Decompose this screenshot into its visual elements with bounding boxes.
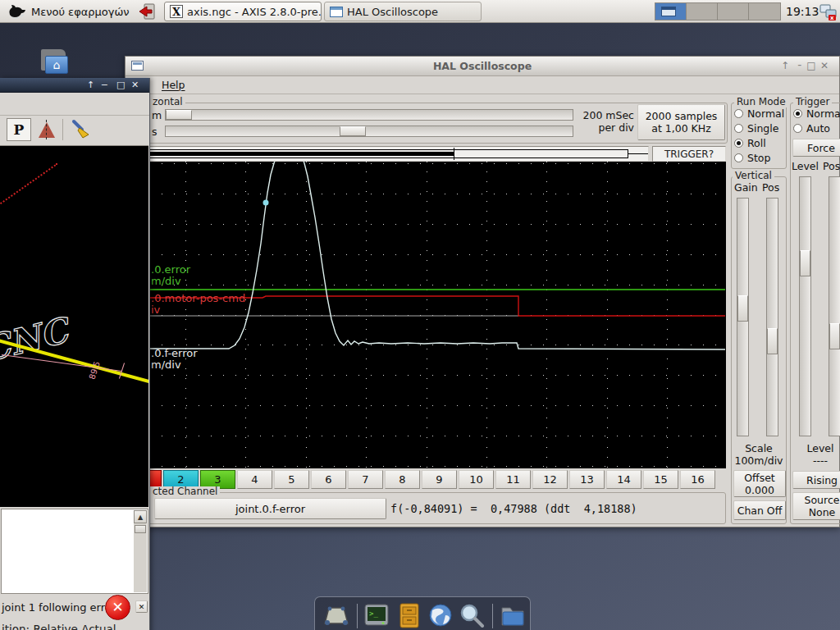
run-mode-stop[interactable]: Stop — [734, 150, 785, 165]
axis-minimize-icon[interactable]: ─ — [102, 80, 107, 91]
run-mode-roll-radio-icon[interactable] — [734, 139, 743, 148]
scroll-up-icon[interactable]: ▲ — [134, 510, 147, 523]
search-icon[interactable] — [458, 602, 486, 630]
applications-menu-button[interactable]: Μενού εφαρμογών — [2, 1, 136, 22]
workspace-1[interactable] — [655, 3, 687, 20]
offset-button[interactable]: Offset 0.000 — [733, 470, 786, 497]
dock-separator — [357, 604, 358, 628]
gain-column-label: Gain — [734, 181, 758, 194]
chan-off-button[interactable]: Chan Off — [733, 500, 786, 520]
trigger-mode-normal[interactable]: Normal — [793, 106, 840, 121]
trigger-mode-normal-radio-icon[interactable] — [793, 109, 802, 118]
vertical-pos-slider[interactable] — [766, 198, 778, 436]
trigger-edge-button[interactable]: Rising — [792, 471, 840, 489]
horizontal-frame-label: zontal — [150, 97, 185, 107]
channel-button-12[interactable]: 12 — [532, 470, 568, 489]
scope-plot[interactable]: .0.error m/div.0.motor-pos-cmd iv.0.f-er… — [149, 162, 726, 468]
trace-joint.0.f-error — [149, 162, 725, 349]
vertical-frame-label: Vertical — [733, 171, 774, 181]
scrollbar-thumb[interactable] — [135, 525, 146, 533]
log-scrollbar[interactable]: ▲ — [134, 510, 147, 592]
terminal-icon[interactable]: >_ — [363, 602, 390, 628]
channel-button-7[interactable]: 7 — [348, 470, 383, 489]
tool-cone-icon[interactable] — [37, 120, 57, 139]
workspace-3[interactable] — [718, 3, 749, 20]
maximize-icon[interactable]: □ — [805, 60, 818, 71]
taskbar-window-axis[interactable]: X axis.ngc - AXIS 2.8.0-pre... — [164, 2, 322, 21]
channel-button-9[interactable]: 9 — [422, 470, 457, 489]
clock[interactable]: 19:13 — [786, 2, 819, 21]
taskbar-window-halscope[interactable]: HAL Oscilloscope — [324, 2, 482, 21]
network-status-icon[interactable]: x — [819, 2, 838, 21]
channel-button-14[interactable]: 14 — [606, 470, 641, 489]
axis-titlebar[interactable]: ↑ ─ □ ✕ — [0, 78, 149, 93]
gain-slider-handle[interactable] — [737, 295, 748, 322]
channel-button-8[interactable]: 8 — [385, 470, 420, 489]
axis-menubar — [0, 93, 149, 116]
window-icon — [330, 7, 343, 17]
run-mode-roll[interactable]: Roll — [734, 135, 785, 150]
dismiss-error-button[interactable]: ✕ — [135, 600, 148, 613]
channel-button-15[interactable]: 15 — [643, 470, 678, 489]
axis-shade-icon[interactable]: ↑ — [87, 80, 94, 91]
cursor-readout: f(-0,84091) = 0,47988 (ddt 4,18188) — [390, 502, 637, 515]
quit-launcher-icon[interactable] — [138, 2, 159, 21]
channel-button-6[interactable]: 6 — [311, 470, 346, 489]
force-button[interactable]: Force — [792, 139, 840, 157]
run-mode-stop-radio-icon[interactable] — [734, 153, 743, 162]
menu-help[interactable]: Help — [162, 79, 185, 91]
run-mode-normal-radio-icon[interactable] — [734, 109, 743, 118]
trigger-pos-slider-handle[interactable] — [829, 323, 840, 349]
trigger-level-slider[interactable] — [799, 176, 811, 436]
home-folder-icon[interactable]: ⌂ — [39, 48, 69, 75]
zoom-slider[interactable] — [165, 109, 573, 121]
clear-plot-broom-icon[interactable] — [69, 118, 92, 141]
run-mode-roll-label: Roll — [747, 137, 766, 149]
rapid-move-dotted-line — [0, 163, 58, 206]
trigger-mode-normal-label: Normal — [806, 107, 840, 120]
workspace-window-thumb — [661, 7, 676, 16]
error-log-area[interactable]: ▲ — [1, 509, 148, 594]
trigger-pos-slider[interactable] — [829, 176, 840, 436]
channel-button-5[interactable]: 5 — [274, 470, 309, 489]
samples-rate-button[interactable]: 2000 samples at 1,00 KHz — [637, 104, 725, 140]
trigger-level-label: Level ---- — [790, 442, 840, 467]
workspace-2[interactable] — [687, 3, 718, 20]
axis-close-icon[interactable]: ✕ — [131, 80, 139, 91]
show-desktop-icon[interactable] — [323, 604, 349, 628]
minimize-icon[interactable]: ╶ — [792, 60, 805, 71]
zoom-slider-handle[interactable] — [166, 110, 192, 120]
preview-p-button[interactable]: P — [7, 118, 31, 141]
run-mode-single[interactable]: Single — [734, 121, 785, 135]
file-cabinet-icon[interactable] — [398, 603, 421, 628]
shade-icon[interactable]: ↑ — [778, 60, 792, 71]
workspace-pager[interactable] — [655, 2, 781, 21]
run-mode-normal[interactable]: Normal — [734, 106, 785, 121]
cursor-marker-dot — [263, 200, 269, 206]
file-manager-icon[interactable] — [500, 603, 526, 628]
run-mode-single-radio-icon[interactable] — [734, 124, 743, 133]
selected-channel-frame-label: cted Channel — [150, 486, 220, 497]
svg-text:>_: >_ — [369, 609, 378, 618]
channel-button-13[interactable]: 13 — [569, 470, 605, 489]
trigger-mode-auto-radio-icon[interactable] — [793, 124, 802, 133]
trigger-source-button[interactable]: Source None — [792, 492, 840, 520]
vertical-pos-slider-handle[interactable] — [767, 328, 778, 354]
hal-titlebar[interactable]: HAL Oscilloscope ↑ ╶ □ ✕ — [126, 57, 839, 76]
trigger-mode-auto[interactable]: Auto — [793, 121, 840, 135]
channel-button-4[interactable]: 4 — [237, 470, 272, 489]
dock-separator-2 — [492, 604, 493, 628]
selected-channel-button[interactable]: joint.0.f-error — [154, 498, 386, 519]
channel-button-16[interactable]: 16 — [680, 470, 715, 489]
trigger-level-slider-handle[interactable] — [800, 250, 810, 276]
workspace-4[interactable] — [749, 3, 780, 20]
close-icon[interactable]: ✕ — [818, 60, 831, 71]
horizontal-pos-slider-handle[interactable] — [340, 126, 366, 136]
gcode-preview[interactable]: CNC 89.5 — [0, 145, 148, 507]
channel-button-11[interactable]: 11 — [495, 470, 531, 489]
channel-button-10[interactable]: 10 — [459, 470, 494, 489]
web-browser-icon[interactable] — [427, 602, 454, 628]
gain-slider[interactable] — [737, 198, 749, 436]
axis-maximize-icon[interactable]: □ — [116, 80, 125, 91]
horizontal-pos-slider[interactable] — [165, 126, 573, 137]
